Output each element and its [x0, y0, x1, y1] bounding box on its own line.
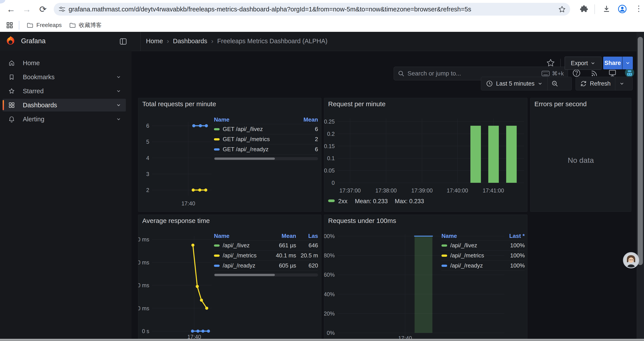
- bookmark-folder-blogs[interactable]: 收藏博客: [69, 21, 102, 29]
- legend-row: GET /api/_/livez6: [214, 124, 318, 134]
- bookmark-folder-label: Freeleaps: [36, 22, 62, 29]
- tv-kiosk-icon[interactable]: [608, 68, 617, 78]
- legend-value: 2: [290, 136, 318, 143]
- refresh-interval-button[interactable]: [615, 77, 628, 90]
- breadcrumb-home[interactable]: Home: [146, 38, 163, 45]
- legend-series-name[interactable]: GET /api/_/livez: [214, 126, 290, 133]
- browser-reload-button[interactable]: ⟳: [37, 3, 49, 15]
- browser-back-button[interactable]: ←: [5, 3, 17, 15]
- panel-title[interactable]: Requests under 100ms: [328, 217, 396, 224]
- svg-text:40 ms: 40 ms: [138, 282, 149, 288]
- browser-menu-icon[interactable]: ⋮: [635, 4, 643, 13]
- assistant-avatar[interactable]: [623, 252, 639, 268]
- dashboards-grid-icon: [8, 102, 15, 108]
- legend-series-name[interactable]: GET /api/_/metrics: [214, 136, 290, 143]
- export-label: Export: [571, 60, 588, 67]
- chevron-down-icon[interactable]: [116, 75, 121, 80]
- downloads-icon[interactable]: [602, 5, 611, 14]
- browser-forward-button[interactable]: →: [20, 3, 33, 15]
- legend-row: /api/_/livez100%: [442, 240, 525, 251]
- svg-text:Mean: 0.233: Mean: 0.233: [355, 198, 388, 204]
- time-range-picker[interactable]: Last 5 minutes: [481, 77, 547, 90]
- panel-title[interactable]: Average response time: [142, 217, 210, 224]
- header-divider: [140, 32, 141, 51]
- share-button[interactable]: Share: [603, 57, 622, 69]
- chevron-down-icon[interactable]: [116, 89, 121, 94]
- bookmark-star-icon[interactable]: [558, 6, 566, 13]
- legend-column-header[interactable]: Mean: [290, 116, 318, 123]
- profile-avatar-icon[interactable]: [618, 5, 627, 15]
- brand-name[interactable]: Grafana: [21, 37, 46, 45]
- svg-text:0 s: 0 s: [142, 328, 149, 334]
- svg-text:60%: 60%: [324, 272, 335, 278]
- request-per-minute-chart: 0.250.20.150.10.05017:37:0017:38:0017:39…: [324, 98, 527, 212]
- svg-text:2: 2: [146, 187, 149, 193]
- export-button[interactable]: Export: [565, 57, 602, 70]
- sidebar-item-label: Home: [23, 60, 126, 67]
- chevron-down-icon[interactable]: [116, 103, 121, 108]
- grafana-logo[interactable]: [5, 36, 16, 48]
- favorite-dashboard-star-icon[interactable]: [546, 58, 555, 68]
- tab-corner: [0, 0, 5, 4]
- sidebar-toggle-icon[interactable]: [119, 38, 127, 46]
- legend-series-name[interactable]: GET /api/_/readyz: [214, 146, 290, 153]
- extensions-icon[interactable]: [580, 5, 588, 14]
- chevron-down-icon[interactable]: [116, 117, 121, 122]
- refresh-button[interactable]: Refresh: [576, 77, 615, 90]
- breadcrumb-dashboards[interactable]: Dashboards: [173, 38, 207, 45]
- svg-text:3: 3: [146, 171, 149, 177]
- apps-grid-icon[interactable]: [6, 22, 13, 29]
- legend-row: GET /api/_/metrics2: [214, 134, 318, 144]
- svg-text:17:41:00: 17:41:00: [483, 187, 504, 194]
- legend-scrollbar-thumb[interactable]: [214, 274, 275, 276]
- chevron-down-icon: [590, 61, 595, 66]
- sidebar-item-bookmarks[interactable]: Bookmarks: [3, 71, 126, 83]
- scrollbar-thumb[interactable]: [638, 37, 643, 265]
- panel-title[interactable]: Total requests per minute: [142, 100, 216, 108]
- legend-series-name[interactable]: /api/_/metrics: [214, 252, 263, 259]
- url-text[interactable]: grafana.mathmast.com/d/deytv4rwavabkb/fr…: [68, 6, 558, 13]
- svg-text:0.1: 0.1: [327, 155, 335, 161]
- svg-text:0.15: 0.15: [324, 143, 335, 149]
- panel-title[interactable]: Errors per second: [534, 100, 586, 108]
- series-color-swatch: [214, 244, 220, 247]
- legend-scrollbar[interactable]: [214, 273, 318, 276]
- address-bar[interactable]: grafana.mathmast.com/d/deytv4rwavabkb/fr…: [54, 3, 570, 16]
- legend-column-header[interactable]: Name: [214, 233, 263, 239]
- legend-value: 100%: [496, 262, 525, 269]
- search-icon: [398, 70, 404, 77]
- legend-scrollbar-thumb[interactable]: [214, 158, 275, 160]
- legend-series-name[interactable]: /api/_/metrics: [442, 252, 496, 259]
- legend-series-name[interactable]: /api/_/readyz: [442, 262, 496, 269]
- svg-text:17:39:00: 17:39:00: [412, 187, 433, 194]
- page-scrollbar[interactable]: [636, 32, 644, 339]
- sidebar-item-starred[interactable]: Starred: [3, 85, 126, 97]
- bookmark-folder-freeleaps[interactable]: Freeleaps: [27, 22, 62, 29]
- legend-column-header[interactable]: Las: [296, 233, 318, 239]
- legend-column-header[interactable]: Name: [214, 116, 290, 123]
- svg-text:80%: 80%: [324, 252, 335, 258]
- legend-series-name[interactable]: /api/_/livez: [442, 242, 496, 249]
- sidebar-item-alerting[interactable]: Alerting: [3, 113, 126, 126]
- sidebar-item-home[interactable]: Home: [3, 57, 126, 69]
- legend-scrollbar[interactable]: [214, 157, 318, 160]
- svg-text:6: 6: [146, 123, 149, 129]
- legend-value: 100%: [496, 242, 525, 249]
- browser-toolbar: ← → ⟳ grafana.mathmast.com/d/deytv4rwava…: [0, 0, 644, 19]
- legend-column-header[interactable]: Mean: [263, 233, 296, 239]
- zoom-out-button[interactable]: [548, 77, 562, 90]
- svg-text:0%: 0%: [327, 330, 335, 336]
- legend-series-name[interactable]: /api/_/livez: [214, 242, 263, 249]
- site-settings-icon[interactable]: [58, 6, 66, 13]
- svg-text:17:37:00: 17:37:00: [339, 187, 360, 194]
- panel-title[interactable]: Request per minute: [328, 100, 386, 108]
- legend-column-header[interactable]: Name: [442, 233, 496, 239]
- legend-series-name[interactable]: /api/_/readyz: [214, 262, 263, 269]
- legend-row: /api/_/livez661 µs646: [214, 240, 318, 251]
- legend-column-header[interactable]: Last *: [496, 233, 525, 239]
- sidebar-item-dashboards[interactable]: Dashboards: [3, 99, 126, 112]
- share-menu-button[interactable]: [622, 57, 633, 69]
- legend-value: 100%: [496, 252, 525, 259]
- chevron-down-icon: [620, 81, 624, 86]
- search-shortcut: ⌘+k: [552, 70, 564, 77]
